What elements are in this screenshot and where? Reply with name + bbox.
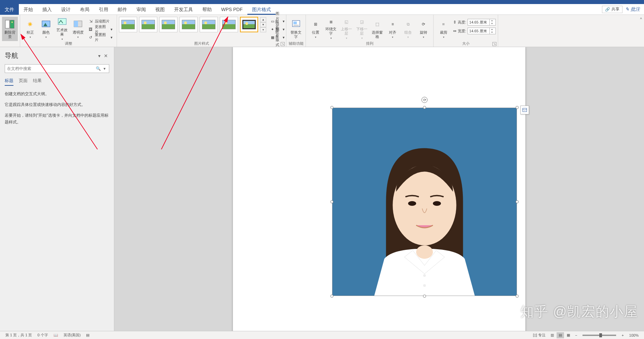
align-button[interactable]: ≡对齐▾: [385, 17, 400, 41]
search-icon[interactable]: 🔍: [94, 66, 102, 71]
status-proofing-icon[interactable]: 📖: [51, 333, 61, 337]
nav-search-input[interactable]: [7, 66, 94, 71]
nav-close-button[interactable]: ✕: [103, 53, 109, 59]
status-words[interactable]: 0 个字: [35, 333, 50, 338]
zoom-in-button[interactable]: +: [619, 333, 626, 337]
sun-icon: ☀️: [25, 19, 36, 30]
nav-body: 创建文档的交互式大纲。 它是跟踪具体位置或快速移动内容的好方式。 若要开始，请转…: [5, 90, 109, 125]
handle-r[interactable]: [516, 200, 519, 203]
document-area[interactable]: ⟳: [114, 47, 644, 331]
crop-icon: ⌗: [438, 19, 449, 30]
tab-mailings[interactable]: 邮件: [113, 4, 132, 15]
svg-point-18: [423, 284, 426, 287]
collapse-ribbon-button[interactable]: ^: [640, 17, 642, 22]
share-button[interactable]: 🔗 共享: [602, 6, 622, 13]
group-button[interactable]: ⧉组合▾: [400, 17, 416, 41]
reset-icon: ↺: [88, 35, 93, 40]
wrap-text-button[interactable]: ≣环绕文字▾: [323, 17, 339, 41]
corrections-button[interactable]: ☀️ 校正▾: [22, 17, 38, 41]
tab-file[interactable]: 文件: [0, 4, 19, 15]
effects-icon: ✦: [271, 27, 274, 32]
reset-picture-button[interactable]: ↺重置图片 ▾: [86, 34, 115, 41]
nav-search[interactable]: 🔍 ▾: [5, 64, 109, 73]
styles-launcher[interactable]: ↘: [281, 42, 285, 46]
main-area: 导航 ▾ ✕ 🔍 ▾ 标题 页面 结果 创建文档的交互式大纲。 它是跟踪具体位置…: [0, 47, 644, 331]
crop-button[interactable]: ⌗裁剪▾: [436, 17, 452, 41]
handle-br[interactable]: [516, 295, 519, 298]
tab-design[interactable]: 设计: [56, 4, 75, 15]
zoom-slider[interactable]: [582, 335, 616, 336]
gallery-scroll[interactable]: ▲▼▾: [260, 17, 266, 32]
remove-background-button[interactable]: 删除背景: [2, 17, 18, 41]
handle-bl[interactable]: [330, 295, 333, 298]
handle-tl[interactable]: [330, 106, 333, 109]
layout-options-button[interactable]: [520, 106, 529, 114]
style-3[interactable]: [159, 17, 177, 32]
nav-tab-pages[interactable]: 页面: [19, 78, 28, 86]
rotate-handle[interactable]: ⟳: [421, 97, 428, 103]
rotate-button[interactable]: ⟳旋转▾: [416, 17, 431, 41]
tab-layout[interactable]: 布局: [75, 4, 94, 15]
handle-b[interactable]: [423, 295, 426, 298]
tab-home[interactable]: 开始: [19, 4, 38, 15]
status-macro-icon[interactable]: ▤: [83, 333, 92, 337]
color-button[interactable]: 颜色▾: [38, 17, 54, 41]
status-language[interactable]: 英语(美国): [61, 333, 83, 338]
comments-button[interactable]: ✎ 批注: [625, 6, 644, 12]
ribbon-tabs: 文件 开始 插入 设计 布局 引用 邮件 审阅 视图 开发工具 帮助 WPS P…: [0, 4, 644, 15]
picture-layout-button[interactable]: ▦图片版式 ▾: [269, 34, 287, 41]
tab-review[interactable]: 审阅: [132, 4, 151, 15]
zoom-out-button[interactable]: −: [572, 333, 580, 337]
alt-text-button[interactable]: 替换文字: [288, 17, 304, 41]
tab-picture-format[interactable]: 图片格式: [247, 4, 276, 15]
artistic-effects-button[interactable]: 艺术效果▾: [54, 17, 70, 41]
focus-mode-button[interactable]: [▯] 专注: [530, 333, 548, 338]
tab-view[interactable]: 视图: [151, 4, 169, 15]
width-input[interactable]: 14.65 厘米▴▾: [468, 28, 496, 34]
tab-wpspdf[interactable]: WPS PDF: [216, 4, 247, 15]
transparency-button[interactable]: 透明度▾: [70, 17, 86, 41]
style-5[interactable]: [200, 17, 218, 32]
nav-help-1: 创建文档的交互式大纲。: [5, 90, 109, 97]
nav-tab-results[interactable]: 结果: [33, 78, 42, 86]
selected-image[interactable]: ⟳: [332, 108, 517, 296]
view-print-button[interactable]: ▤: [557, 332, 564, 338]
compress-picture-button[interactable]: ⇲压缩图片: [86, 17, 115, 25]
send-backward-button[interactable]: ◲下移一层▾: [354, 17, 370, 41]
picture-styles-gallery[interactable]: ▲▼▾: [119, 17, 266, 32]
style-7[interactable]: [240, 17, 258, 32]
search-dropdown-icon[interactable]: ▾: [102, 66, 107, 71]
nav-tab-headings[interactable]: 标题: [5, 78, 13, 86]
selection-pane-button[interactable]: ⬚选择窗格: [370, 17, 385, 41]
size-launcher[interactable]: ↘: [492, 42, 496, 46]
tab-help[interactable]: 帮助: [198, 4, 216, 15]
bring-forward-button[interactable]: ◱上移一层▾: [339, 17, 354, 41]
status-page[interactable]: 第 1 页，共 1 页: [3, 333, 35, 338]
tab-insert[interactable]: 插入: [38, 4, 56, 15]
zoom-level[interactable]: 100%: [627, 333, 641, 337]
titlebar: [0, 0, 644, 4]
nav-title: 导航: [5, 51, 96, 60]
svg-point-2: [11, 22, 13, 23]
portrait-image[interactable]: [332, 108, 517, 296]
watermark: 知乎 @凯宏的小屋: [520, 302, 638, 321]
style-6[interactable]: [220, 17, 238, 32]
handle-tr[interactable]: [516, 106, 519, 109]
tab-references[interactable]: 引用: [94, 4, 113, 15]
view-web-button[interactable]: ▦: [565, 332, 572, 338]
style-4[interactable]: [179, 17, 198, 32]
style-2[interactable]: [139, 17, 157, 32]
position-icon: ⊞: [310, 19, 321, 30]
handle-t[interactable]: [423, 106, 426, 109]
nav-dropdown[interactable]: ▾: [96, 53, 103, 59]
position-button[interactable]: ⊞位置▾: [308, 17, 323, 41]
height-input[interactable]: 14.65 厘米▴▾: [468, 19, 496, 26]
handle-l[interactable]: [330, 200, 333, 203]
view-read-button[interactable]: ▥: [549, 332, 556, 338]
forward-icon: ◱: [341, 17, 352, 26]
change-picture-button[interactable]: 🖼更改图片 ▾: [86, 26, 115, 33]
status-bar: 第 1 页，共 1 页 0 个字 📖 英语(美国) ▤ [▯] 专注 ▥ ▤ ▦…: [0, 331, 644, 339]
style-1[interactable]: [119, 17, 137, 32]
ribbon: 删除背景 ☀️ 校正▾ 颜色▾ 艺术效果▾ 透明度▾ ⇲压缩: [0, 15, 644, 47]
tab-devtools[interactable]: 开发工具: [169, 4, 198, 15]
